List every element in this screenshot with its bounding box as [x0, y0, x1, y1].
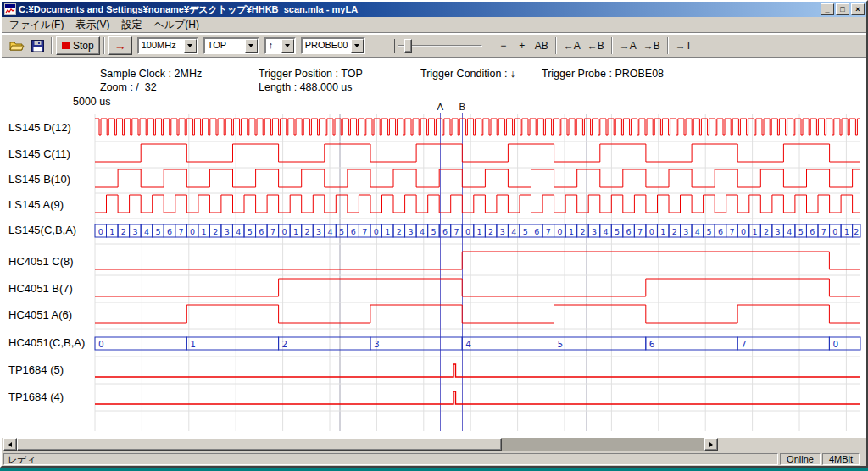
minimize-button[interactable]: _ [821, 3, 834, 15]
bus-value: 5 [248, 227, 253, 236]
bus-value: 4 [511, 227, 516, 236]
single-run-button[interactable]: → [108, 36, 132, 55]
window-controls: _ □ × [821, 3, 865, 15]
channel-trace [95, 169, 860, 187]
channel-trace [95, 305, 860, 323]
stop-button[interactable]: Stop [56, 36, 100, 55]
trigger-probe-text: Trigger Probe : PROBE08 [542, 68, 664, 80]
zoom-out-button[interactable]: − [494, 36, 513, 55]
zoom-text: Zoom : / 32 [100, 81, 157, 93]
bus-cell [462, 337, 554, 350]
bus-value: 7 [453, 227, 459, 236]
channel-trace [95, 195, 860, 213]
statusbar: レディ Online 4MBit [2, 452, 866, 466]
bus-value: 1 [293, 227, 298, 236]
chevron-down-icon [187, 44, 192, 47]
arrow-left-icon [8, 442, 12, 447]
toolbar-separator [51, 37, 53, 54]
zoom-in-button[interactable]: + [513, 36, 531, 55]
toolbar: Stop → 100MHz TOP ↑ PROBE00 − + AB [2, 34, 866, 58]
bus-value: 4 [695, 227, 700, 236]
clock-combobox[interactable]: 100MHz [137, 37, 198, 54]
save-button[interactable] [28, 36, 47, 55]
bus-value: 5 [431, 227, 436, 236]
goto-cursor-b-button[interactable]: ←B [584, 36, 608, 55]
bus-value: 2 [672, 227, 677, 236]
bus-value: 3 [132, 227, 137, 236]
toolbar-separator [555, 37, 557, 54]
bus-cell [554, 337, 646, 350]
channel-trace [95, 144, 860, 162]
bus-value: 5 [615, 227, 620, 236]
set-cursor-a-button[interactable]: →A [616, 36, 640, 55]
horizontal-scrollbar[interactable] [3, 438, 718, 451]
bus-value: 2 [488, 227, 493, 236]
bus-value: 3 [776, 227, 781, 236]
channel-trace [95, 119, 860, 135]
bus-value: 1 [109, 227, 114, 236]
trigger-position-text: Trigger Position : TOP [259, 68, 363, 80]
trigger-position-value: TOP [205, 39, 245, 53]
probe-combobox[interactable]: PROBE00 [301, 37, 365, 54]
bus-value: 0 [649, 227, 654, 236]
bus-value: 2 [764, 227, 769, 236]
zoom-slider[interactable] [394, 37, 482, 54]
bus-value: 6 [167, 227, 172, 236]
bus-value: 1 [844, 227, 849, 236]
bus-value: 2 [213, 227, 218, 236]
bus-value: 2 [304, 227, 309, 236]
bus-value: 1 [477, 227, 482, 236]
bus-value: 1 [569, 227, 574, 236]
slider-thumb[interactable] [404, 39, 412, 53]
scroll-right-button[interactable] [704, 438, 718, 451]
goto-cursor-a-button[interactable]: ←A [560, 36, 584, 55]
goto-trigger-button[interactable]: →T [672, 36, 695, 55]
bus-value: 1 [190, 339, 196, 349]
channel-trace [95, 391, 860, 404]
set-cursor-b-button[interactable]: →B [640, 36, 664, 55]
sample-clock-text: Sample Clock : 2MHz [100, 68, 202, 80]
waveform-plot[interactable]: 0123456701234567012345670123456701234567… [2, 113, 868, 436]
menubar: ファイル(F) 表示(V) 設定 ヘルプ(H) [2, 17, 866, 33]
trigger-position-dropdown-button[interactable] [245, 39, 258, 53]
bus-value: 5 [155, 227, 160, 236]
probe-dropdown-button[interactable] [351, 39, 364, 53]
channel-trace [95, 252, 860, 269]
bus-value: 6 [810, 227, 815, 236]
trigger-edge-combobox[interactable]: ↑ [264, 37, 296, 54]
menu-help[interactable]: ヘルプ(H) [147, 16, 205, 34]
chevron-down-icon [248, 44, 253, 47]
open-button[interactable] [6, 36, 28, 55]
bus-value: 0 [832, 227, 837, 236]
bus-value: 4 [603, 227, 608, 236]
bus-value: 2 [854, 227, 859, 236]
status-online-badge: Online [780, 453, 821, 465]
trigger-edge-dropdown-button[interactable] [281, 39, 294, 53]
maximize-button[interactable]: □ [836, 3, 849, 15]
bus-value: 0 [832, 339, 838, 349]
trigger-position-combobox[interactable]: TOP [203, 37, 259, 54]
bus-value: 1 [385, 227, 390, 236]
window-title: C:¥Documents and Settings¥noname¥デスクトップ¥… [19, 3, 817, 16]
bus-value: 5 [798, 227, 804, 236]
bus-value: 6 [534, 227, 539, 236]
app-icon [4, 3, 16, 15]
bus-value: 2 [282, 339, 288, 349]
bus-cell [370, 337, 462, 350]
clock-dropdown-button[interactable] [184, 39, 197, 53]
bus-value: 4 [420, 227, 425, 236]
menu-settings[interactable]: 設定 [115, 16, 147, 34]
bus-cell [279, 337, 370, 350]
close-button[interactable]: × [851, 3, 865, 15]
scrollbar-thumb[interactable] [17, 438, 502, 451]
menu-file[interactable]: ファイル(F) [3, 16, 70, 34]
bus-value: 5 [523, 227, 528, 236]
ab-span-button[interactable]: AB [531, 36, 552, 55]
chevron-down-icon [354, 44, 359, 47]
scroll-left-button[interactable] [3, 438, 17, 451]
bus-value: 6 [649, 339, 655, 349]
menu-view[interactable]: 表示(V) [70, 16, 115, 34]
bus-value: 3 [316, 227, 321, 236]
bus-value: 0 [465, 227, 470, 236]
titlebar[interactable]: C:¥Documents and Settings¥noname¥デスクトップ¥… [2, 2, 866, 17]
